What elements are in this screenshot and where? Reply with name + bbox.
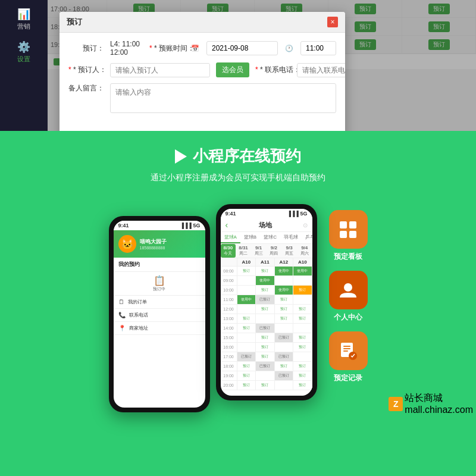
form-row-person: * 预订人： 选会员 * 联系电话： — [68, 62, 336, 77]
schedule-slot[interactable]: 预订 — [275, 305, 294, 314]
date-2[interactable]: 9/1 周三 — [251, 244, 267, 258]
schedule-slot[interactable]: 预订 — [293, 305, 312, 314]
profile-phone: 18588888888 — [140, 246, 167, 250]
profile-icon-svg — [337, 280, 359, 301]
schedule-slot[interactable]: 预订 — [275, 362, 294, 371]
schedule-slot[interactable]: 预订 — [256, 305, 275, 314]
court-a12: A12 — [275, 258, 294, 266]
tab-basketball-c[interactable]: 篮球C — [260, 232, 280, 243]
watermark-text1: 站长商城 — [405, 392, 473, 405]
court-a10: A10 — [237, 258, 256, 266]
address-icon: 📍 — [118, 325, 126, 331]
time-label: 16:00 — [221, 343, 237, 352]
select-member-button[interactable]: 选会员 — [216, 62, 249, 77]
watermark-text2: mall.chinaz.com — [405, 405, 473, 415]
schedule-slot[interactable]: 预订 — [237, 371, 256, 380]
schedule-slot — [275, 276, 294, 285]
date-row: 8/30 今天 8/31 周二 9/1 周三 9/2 周四 — [221, 244, 312, 258]
prebook-hour-input[interactable] — [300, 41, 336, 55]
schedule-time-row: 14:00预订已预订 — [221, 324, 312, 333]
schedule-slot[interactable]: 预订 — [256, 267, 275, 275]
marketing-icon: 📊 — [17, 8, 30, 21]
person-input[interactable] — [110, 63, 210, 77]
menu-item-orders[interactable]: 🗒 我的订单 — [114, 296, 205, 309]
kanban-icon-badge — [329, 210, 368, 249]
date-3[interactable]: 9/2 周四 — [267, 244, 282, 258]
reservation-item: 📋 预订中 — [114, 272, 205, 296]
court-header-row: A10 A11 A12 A10 — [221, 258, 312, 267]
tab-badminton[interactable]: 羽毛球 — [280, 232, 302, 243]
schedule-slot: 使用中 — [256, 276, 275, 285]
schedule-slot[interactable]: 预订 — [237, 324, 256, 333]
memo-textarea[interactable] — [110, 83, 336, 113]
schedule-time-row: 17:00已预订预订已预订 — [221, 352, 312, 362]
tab-pingpong[interactable]: 乒乓球 — [302, 232, 312, 243]
contact-label: * 联系电话： — [255, 65, 291, 75]
sidebar-item-marketing[interactable]: 📊 营销 — [0, 3, 48, 36]
schedule-slot[interactable]: 预订 — [293, 381, 312, 390]
schedule-time-row: 19:00预订已预订预订 — [221, 371, 312, 381]
schedule-slot — [293, 276, 312, 285]
schedule-slot: 已预订 — [275, 333, 294, 342]
date-4[interactable]: 9/3 周五 — [281, 244, 297, 258]
front-header-title: 场地 — [228, 221, 302, 230]
tab-basketball-b[interactable]: 篮球B — [240, 232, 260, 243]
schedule-slot[interactable]: 预订 — [237, 267, 256, 275]
svg-rect-0 — [340, 221, 347, 228]
schedule-slot[interactable]: 预订 — [256, 381, 275, 390]
profile-info: 喵鸣大园子 18588888888 — [140, 238, 167, 250]
schedule-slot[interactable]: 预订 — [293, 371, 312, 380]
memo-label: 备人留言： — [68, 83, 104, 93]
time-label: 08:00 — [221, 267, 237, 275]
schedule-slot: 已预订 — [275, 352, 294, 361]
schedule-slot[interactable]: 预订 — [293, 343, 312, 352]
date-today[interactable]: 8/30 今天 — [221, 244, 236, 258]
back-status-bar: 9:41 ▐▐▐ 5G — [114, 221, 205, 230]
contact-input[interactable] — [297, 63, 345, 77]
schedule-slot — [237, 333, 256, 342]
schedule-slot[interactable]: 预订 — [256, 286, 275, 295]
date-5[interactable]: 9/4 周六 — [297, 244, 312, 258]
schedule-slot — [237, 286, 256, 295]
settings-icon: ⚙️ — [17, 40, 30, 54]
profile-name: 喵鸣大园子 — [140, 238, 167, 246]
schedule-slot[interactable]: 预订 — [293, 362, 312, 371]
form-row-court: 预订： L4: 11:00 12:00 * 预账时间： 📅 🕐 — [68, 40, 336, 57]
orders-icon: 🗒 — [118, 299, 124, 305]
front-status-bar: 9:41 ▐▐▐ 5G — [221, 209, 312, 218]
menu-label-orders: 我的订单 — [128, 299, 147, 305]
date-1[interactable]: 8/31 周二 — [236, 244, 251, 258]
schedule-slot[interactable]: 预订 — [237, 362, 256, 371]
time-label: 15:00 — [221, 333, 237, 342]
back-signal: ▐▐▐ 5G — [180, 223, 201, 228]
date-sub-3: 周四 — [268, 250, 281, 256]
schedule-slot[interactable]: 预订 — [237, 314, 256, 323]
schedule-slot[interactable]: 预订 — [256, 343, 275, 352]
schedule-slot[interactable]: 预订 — [275, 314, 294, 323]
tab-basketball-a[interactable]: 篮球A — [221, 232, 240, 243]
schedule-slot[interactable]: 预订 — [237, 381, 256, 390]
schedule-slot: 已预订 — [256, 324, 275, 333]
back-time: 9:41 — [118, 223, 129, 228]
schedule-slot[interactable]: 预订 — [275, 295, 294, 304]
admin-section: 📊 营销 ⚙️ 设置 17:00 - 18:00 预订 预订 预订 预订 预订 — [0, 0, 476, 131]
play-triangle-icon — [175, 149, 187, 164]
phone-icon: 📞 — [118, 312, 126, 318]
schedule-slot[interactable]: 预订 — [293, 333, 312, 342]
schedule-slot[interactable]: 预订 — [256, 352, 275, 361]
schedule-slot: 使用中 — [275, 267, 294, 275]
sidebar-item-settings[interactable]: ⚙️ 设置 — [0, 36, 48, 68]
court-value: L4: 11:00 12:00 — [110, 40, 143, 57]
sport-tabs: 篮球A 篮球B 篮球C 羽毛球 乒乓球 — [221, 232, 312, 244]
menu-item-phone[interactable]: 📞 联系电话 — [114, 309, 205, 322]
prebook-date-input[interactable] — [206, 41, 278, 55]
front-phone-wrapper: 9:41 ▐▐▐ 5G ‹ 场地 ⊙ 篮球A 篮球B 篮球C 羽毛球 乒乓球 — [204, 204, 317, 400]
front-phone-screen: 9:41 ▐▐▐ 5G ‹ 场地 ⊙ 篮球A 篮球B 篮球C 羽毛球 乒乓球 — [221, 209, 312, 396]
date-sub-0: 今天 — [222, 250, 235, 256]
schedule-slot[interactable]: 预订 — [256, 333, 275, 342]
modal-close-button[interactable]: × — [327, 17, 338, 27]
schedule-slot[interactable]: 预订 — [293, 314, 312, 323]
schedule-time-row: 11:00使用中已预订预订 — [221, 295, 312, 305]
menu-item-address[interactable]: 📍 商家地址 — [114, 322, 205, 335]
feature-profile: 个人中心 — [329, 271, 368, 322]
